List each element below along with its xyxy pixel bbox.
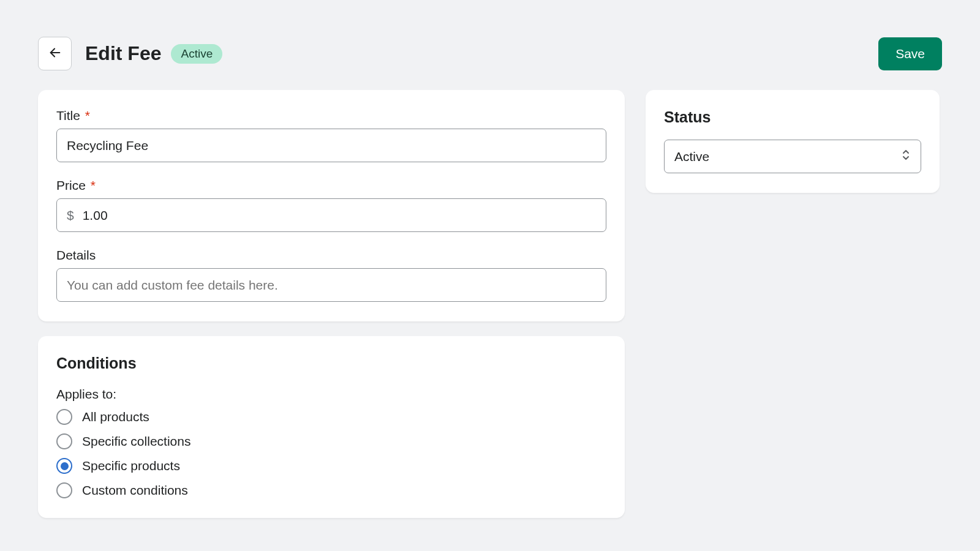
arrow-left-icon xyxy=(48,46,62,61)
title-label: Title * xyxy=(56,108,606,123)
radio-all-products[interactable]: All products xyxy=(56,409,606,425)
radio-label: Specific products xyxy=(82,459,180,473)
conditions-card: Conditions Applies to: All products Spec… xyxy=(38,336,625,518)
conditions-title: Conditions xyxy=(56,354,606,372)
fee-details-card: Title * Price * $ Details xyxy=(38,90,625,321)
status-card: Status Active xyxy=(646,90,940,193)
price-input[interactable] xyxy=(83,208,596,223)
radio-icon xyxy=(56,409,72,425)
radio-icon xyxy=(56,482,72,498)
radio-icon xyxy=(56,458,72,474)
save-button[interactable]: Save xyxy=(878,37,942,70)
status-select[interactable]: Active xyxy=(664,140,921,173)
radio-label: Specific collections xyxy=(82,434,190,449)
required-asterisk: * xyxy=(81,108,90,122)
title-label-text: Title xyxy=(56,108,80,122)
page-title: Edit Fee xyxy=(85,42,161,65)
radio-label: All products xyxy=(82,410,149,424)
details-label: Details xyxy=(56,248,606,263)
radio-icon xyxy=(56,433,72,449)
select-caret-icon xyxy=(901,149,911,164)
required-asterisk: * xyxy=(87,178,96,192)
status-badge: Active xyxy=(171,44,222,64)
status-title: Status xyxy=(664,108,921,126)
radio-label: Custom conditions xyxy=(82,483,188,498)
applies-to-label: Applies to: xyxy=(56,387,606,402)
title-input[interactable] xyxy=(56,129,606,162)
price-label-text: Price xyxy=(56,178,86,192)
page-header: Edit Fee Active Save xyxy=(38,37,942,70)
price-label: Price * xyxy=(56,178,606,193)
radio-custom-conditions[interactable]: Custom conditions xyxy=(56,482,606,498)
status-select-value: Active xyxy=(674,149,709,164)
radio-specific-products[interactable]: Specific products xyxy=(56,458,606,474)
currency-prefix: $ xyxy=(67,208,74,223)
radio-specific-collections[interactable]: Specific collections xyxy=(56,433,606,449)
price-input-wrapper[interactable]: $ xyxy=(56,198,606,232)
back-button[interactable] xyxy=(38,37,72,70)
details-input[interactable] xyxy=(56,268,606,302)
applies-to-radio-group: All products Specific collections Specif… xyxy=(56,409,606,498)
